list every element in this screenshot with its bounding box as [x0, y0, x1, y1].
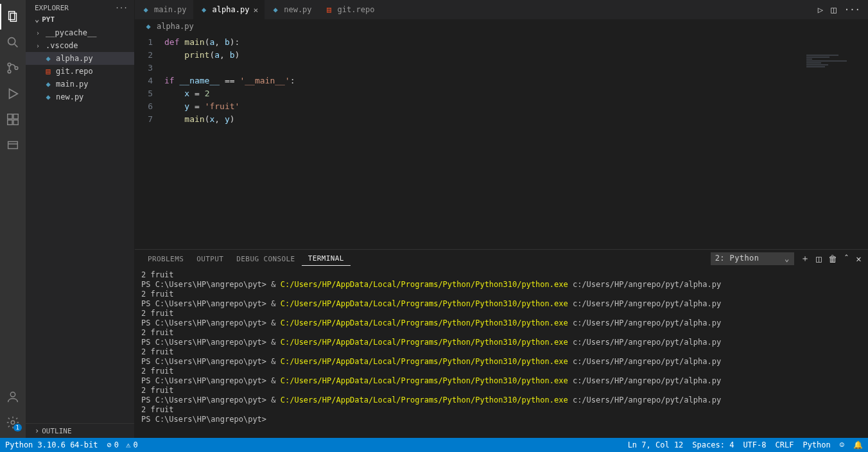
svg-rect-1 [10, 13, 16, 22]
git-file-icon: ▤ [44, 67, 53, 76]
extensions-icon[interactable] [0, 107, 26, 132]
activity-bar: 1 [0, 0, 26, 438]
panel-tab-output[interactable]: OUTPUT [190, 252, 230, 266]
svg-line-3 [15, 44, 18, 48]
svg-point-5 [8, 70, 11, 73]
activity-extra-icon[interactable] [0, 132, 26, 158]
search-icon[interactable] [0, 30, 26, 55]
settings-badge: 1 [13, 424, 22, 431]
svg-rect-9 [13, 114, 18, 119]
settings-icon[interactable]: 1 [0, 410, 26, 435]
terminal-selector[interactable]: 2: Python [711, 252, 794, 265]
file-item[interactable]: ◆alpha.py [26, 52, 134, 65]
editor-more-icon[interactable]: ··· [844, 4, 860, 15]
split-terminal-icon[interactable]: ◫ [816, 254, 822, 264]
file-item[interactable]: ◆main.py [26, 78, 134, 91]
panel-tab-terminal[interactable]: TERMINAL [302, 252, 351, 266]
svg-marker-7 [10, 89, 18, 99]
bottom-panel: PROBLEMSOUTPUTDEBUG CONSOLETERMINAL 2: P… [135, 249, 868, 438]
terminal[interactable]: 2 fruitPS C:\Users\HP\angrepo\pyt> & C:/… [135, 268, 868, 438]
panel-tab-debug-console[interactable]: DEBUG CONSOLE [230, 252, 301, 266]
close-tab-icon[interactable]: × [253, 5, 258, 15]
status-eol[interactable]: CRLF [776, 440, 794, 449]
sidebar-more-icon[interactable]: ··· [115, 4, 128, 12]
status-spaces[interactable]: Spaces: 4 [692, 440, 734, 449]
editor-tab[interactable]: ◆alpha.py× [193, 0, 265, 19]
folder-item[interactable]: ›.vscode [26, 39, 134, 52]
breadcrumbs[interactable]: ◆ alpha.py [135, 19, 868, 33]
python-file-icon: ◆ [144, 22, 153, 31]
editor-tab[interactable]: ◆main.py [135, 0, 193, 19]
explorer-icon[interactable] [0, 4, 26, 30]
split-editor-icon[interactable]: ◫ [831, 4, 836, 15]
sidebar-title: EXPLORER [35, 4, 69, 12]
new-terminal-icon[interactable]: ＋ [801, 253, 810, 265]
editor-tab[interactable]: ▤git.repo [318, 0, 381, 19]
breadcrumb-file: alpha.py [157, 22, 194, 31]
editor-tabs: ◆main.py◆alpha.py×◆new.py▤git.repo ▷ ◫ ·… [135, 0, 868, 19]
scm-icon[interactable] [0, 55, 26, 81]
py-file-icon: ◆ [44, 80, 53, 89]
sidebar: EXPLORER ··· PYT ›__pycache__›.vscode◆al… [26, 0, 135, 438]
py-file-icon: ◆ [141, 5, 150, 14]
py-file-icon: ◆ [44, 92, 53, 101]
panel-tabs: PROBLEMSOUTPUTDEBUG CONSOLETERMINAL 2: P… [135, 250, 868, 268]
svg-point-14 [10, 392, 15, 397]
status-encoding[interactable]: UTF-8 [743, 440, 766, 449]
project-root[interactable]: PYT [26, 13, 134, 25]
svg-rect-12 [8, 142, 18, 149]
folder-item[interactable]: ›__pycache__ [26, 26, 134, 39]
editor-tab[interactable]: ◆new.py [265, 0, 318, 19]
svg-point-15 [11, 421, 15, 424]
py-file-icon: ◆ [200, 5, 209, 14]
git-file-icon: ▤ [325, 5, 334, 14]
py-file-icon: ◆ [44, 54, 53, 63]
editor-area: ◆main.py◆alpha.py×◆new.py▤git.repo ▷ ◫ ·… [135, 0, 868, 438]
file-item[interactable]: ▤git.repo [26, 65, 134, 78]
feedback-icon[interactable]: ☺ [840, 440, 844, 449]
line-gutter: 1234567 [135, 33, 162, 249]
file-tree: ›__pycache__›.vscode◆alpha.py▤git.repo◆m… [26, 25, 134, 423]
status-bar: Python 3.10.6 64-bit ⊘ 0 ⚠ 0 Ln 7, Col 1… [0, 438, 868, 452]
maximize-panel-icon[interactable]: ˆ [844, 254, 849, 264]
svg-point-2 [8, 38, 15, 45]
py-file-icon: ◆ [271, 5, 280, 14]
panel-tab-problems[interactable]: PROBLEMS [141, 252, 190, 266]
svg-rect-10 [8, 120, 12, 125]
status-lang[interactable]: Python [803, 440, 830, 449]
status-problems[interactable]: ⊘ 0 ⚠ 0 [107, 440, 138, 449]
notifications-icon[interactable]: 🔔 [853, 440, 863, 449]
account-icon[interactable] [0, 384, 26, 410]
minimap[interactable] [806, 54, 864, 86]
outline-section[interactable]: OUTLINE [26, 423, 134, 438]
run-icon[interactable]: ▷ [818, 4, 823, 15]
close-panel-icon[interactable]: ✕ [856, 254, 862, 264]
status-interpreter[interactable]: Python 3.10.6 64-bit [5, 440, 98, 449]
svg-rect-0 [9, 12, 15, 20]
file-item[interactable]: ◆new.py [26, 91, 134, 103]
code-editor[interactable]: def main(a, b): print(a, b) if __name__ … [162, 33, 868, 249]
status-cursor[interactable]: Ln 7, Col 12 [628, 440, 684, 449]
debug-icon[interactable] [0, 81, 26, 107]
svg-rect-8 [8, 114, 12, 119]
kill-terminal-icon[interactable]: 🗑 [828, 254, 837, 264]
svg-point-4 [8, 63, 11, 66]
svg-rect-11 [13, 120, 18, 125]
